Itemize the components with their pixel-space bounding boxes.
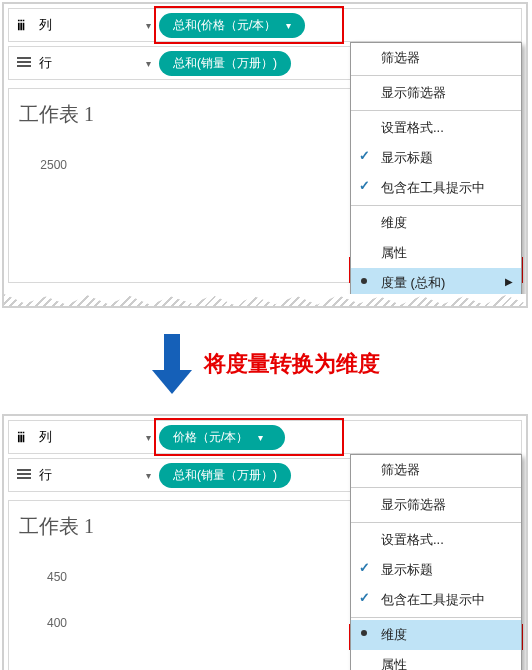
menu-measure[interactable]: 度量 (总和)▶ <box>351 268 521 294</box>
bullet-icon <box>361 630 367 636</box>
columns-icon <box>17 18 31 32</box>
divider: 将度量转换为维度 <box>0 310 532 412</box>
check-icon: ✓ <box>359 590 370 605</box>
check-icon: ✓ <box>359 178 370 193</box>
menu-include-tooltip[interactable]: ✓包含在工具提示中 <box>351 173 521 203</box>
rows-icon <box>17 57 31 69</box>
annotation-text: 将度量转换为维度 <box>204 349 380 379</box>
axis-tick: 450 <box>19 570 67 584</box>
rows-label: 行 <box>39 466 52 484</box>
check-icon: ✓ <box>359 560 370 575</box>
context-menu: 筛选器 显示筛选器 设置格式... ✓显示标题 ✓包含在工具提示中 维度 属性 … <box>350 42 522 294</box>
axis-tick: 2500 <box>19 158 67 172</box>
columns-shelf[interactable]: 列 ▾ 总和(价格（元/本）▾ <box>8 8 522 42</box>
panel-before: 列 ▾ 总和(价格（元/本）▾ 行 ▾ 总和(销量（万册）) 工作表 1 250… <box>4 4 526 294</box>
menu-show-filter[interactable]: 显示筛选器 <box>351 490 521 520</box>
arrow-down-icon <box>152 334 192 394</box>
axis-tick: 400 <box>19 616 67 630</box>
rows-pill[interactable]: 总和(销量（万册）) <box>159 51 291 76</box>
menu-format[interactable]: 设置格式... <box>351 113 521 143</box>
menu-attribute[interactable]: 属性 <box>351 650 521 670</box>
chevron-down-icon[interactable]: ▾ <box>258 432 263 443</box>
columns-label: 列 <box>39 428 52 446</box>
rows-label: 行 <box>39 54 52 72</box>
panel-after: 列 ▾ 价格（元/本）▾ 行 ▾ 总和(销量（万册）) 工作表 1 450 40… <box>4 416 526 670</box>
menu-filter[interactable]: 筛选器 <box>351 43 521 73</box>
chevron-down-icon[interactable]: ▾ <box>146 432 151 443</box>
chevron-down-icon[interactable]: ▾ <box>146 58 151 69</box>
chevron-right-icon: ▶ <box>505 276 513 287</box>
menu-format[interactable]: 设置格式... <box>351 525 521 555</box>
check-icon: ✓ <box>359 148 370 163</box>
context-menu: 筛选器 显示筛选器 设置格式... ✓显示标题 ✓包含在工具提示中 维度 属性 … <box>350 454 522 670</box>
columns-icon <box>17 430 31 444</box>
rows-pill[interactable]: 总和(销量（万册）) <box>159 463 291 488</box>
menu-show-filter[interactable]: 显示筛选器 <box>351 78 521 108</box>
torn-edge <box>4 294 526 306</box>
rows-icon <box>17 469 31 481</box>
bullet-icon <box>361 278 367 284</box>
menu-show-title[interactable]: ✓显示标题 <box>351 143 521 173</box>
columns-shelf[interactable]: 列 ▾ 价格（元/本）▾ <box>8 420 522 454</box>
chevron-down-icon[interactable]: ▾ <box>146 20 151 31</box>
menu-attribute[interactable]: 属性 <box>351 238 521 268</box>
columns-pill[interactable]: 价格（元/本）▾ <box>159 425 285 450</box>
menu-show-title[interactable]: ✓显示标题 <box>351 555 521 585</box>
menu-include-tooltip[interactable]: ✓包含在工具提示中 <box>351 585 521 615</box>
menu-dimension[interactable]: 维度 <box>351 620 521 650</box>
menu-dimension[interactable]: 维度 <box>351 208 521 238</box>
chevron-down-icon[interactable]: ▾ <box>146 470 151 481</box>
columns-pill[interactable]: 总和(价格（元/本）▾ <box>159 13 305 38</box>
chevron-down-icon[interactable]: ▾ <box>286 20 291 31</box>
columns-label: 列 <box>39 16 52 34</box>
menu-filter[interactable]: 筛选器 <box>351 455 521 485</box>
